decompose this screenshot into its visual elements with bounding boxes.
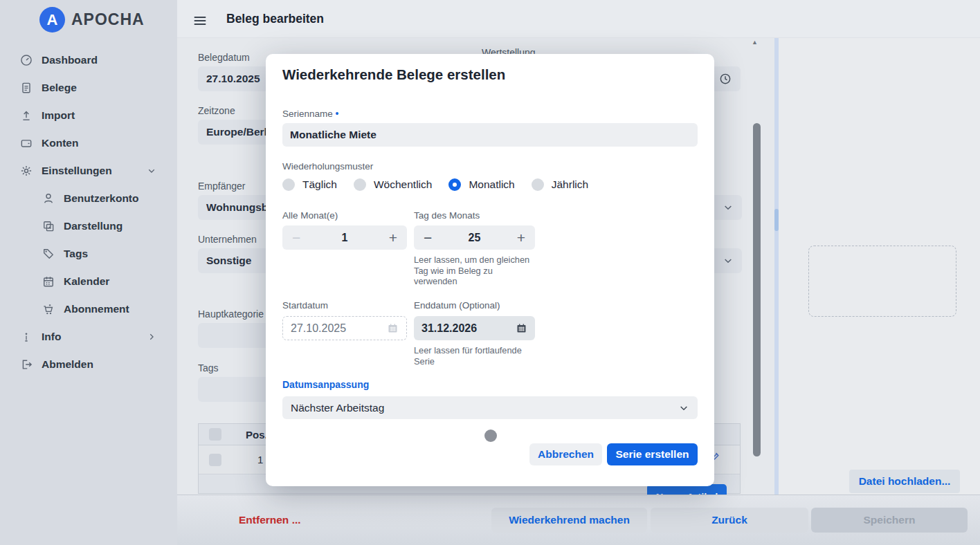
wallet-icon: [19, 136, 33, 150]
sidebar-item-dashboard[interactable]: Dashboard: [0, 46, 177, 74]
radio-icon: [354, 178, 366, 191]
chevron-down-icon: [723, 255, 734, 266]
enddatum-hint: Leer lassen für fortlaufende Serie: [414, 345, 538, 367]
unternehmen-value: Sonstige: [206, 255, 251, 267]
sidebar-item-label: Einstellungen: [42, 165, 112, 177]
row-pos-value: 1: [257, 454, 263, 465]
sidebar-item-konten[interactable]: Konten: [0, 129, 177, 157]
gear-icon: [19, 164, 33, 178]
sidebar-item-belege[interactable]: Belege: [0, 74, 177, 102]
top-header: Beleg bearbeiten: [177, 0, 980, 38]
enddatum-value: 31.12.2026: [421, 322, 477, 335]
startdatum-input[interactable]: 27.10.2025: [282, 316, 407, 340]
chevron-down-icon: [723, 202, 734, 213]
sidebar-item-abmelden[interactable]: Abmelden: [0, 351, 177, 378]
sidebar-item-einstellungen[interactable]: Einstellungen: [0, 157, 177, 185]
sidebar-item-label: Abmelden: [42, 358, 93, 371]
scroll-up-arrow[interactable]: ▲: [752, 39, 758, 46]
sidebar-item-info[interactable]: Info: [0, 323, 177, 351]
serie-erstellen-button[interactable]: Serie erstellen: [607, 443, 698, 465]
sidebar-item-label: Abonnement: [64, 303, 129, 315]
sidebar: A APOCHA Dashboard Belege Import Konten: [0, 0, 177, 545]
document-icon: [19, 81, 33, 95]
display-icon: [42, 219, 55, 233]
panel-scrollbar-thumb[interactable]: [774, 209, 779, 231]
chevron-down-icon: [678, 403, 689, 414]
datumsanpassung-value: Nächster Arbeitstag: [291, 402, 384, 414]
calendar-icon[interactable]: [516, 322, 527, 334]
select-all-checkbox[interactable]: [209, 428, 221, 441]
sidebar-item-label: Kalender: [64, 275, 109, 288]
sidebar-item-import[interactable]: Import: [0, 102, 177, 129]
serienname-input[interactable]: Monatliche Miete: [282, 123, 698, 147]
main-scrollbar-thumb[interactable]: [753, 123, 761, 456]
radio-jaehrlich[interactable]: Jährlich: [532, 178, 588, 191]
plus-button[interactable]: +: [517, 230, 525, 245]
cart-icon: [42, 302, 55, 316]
user-icon: [42, 192, 55, 205]
belegdatum-label: Belegdatum: [198, 52, 250, 63]
brand-logo[interactable]: A APOCHA: [0, 0, 177, 33]
speichern-button[interactable]: Speichern: [811, 508, 968, 533]
sidebar-item-label: Tags: [64, 248, 88, 260]
file-dropzone[interactable]: Datei hochladen... Datei hier ablegen...: [808, 246, 956, 317]
unternehmen-label: Unternehmen: [198, 234, 257, 245]
hamburger-menu-icon[interactable]: [192, 13, 208, 24]
minus-button[interactable]: −: [292, 230, 300, 245]
radio-icon: [282, 178, 295, 191]
empfaenger-label: Empfänger: [198, 181, 245, 192]
sidebar-item-label: Dashboard: [42, 54, 98, 66]
modal-title: Wiederkehrende Belege erstellen: [282, 66, 505, 83]
sidebar-item-kalender[interactable]: Kalender: [0, 268, 177, 295]
enddatum-input[interactable]: 31.12.2026: [414, 316, 535, 340]
recurring-document-modal: Wiederkehrende Belege erstellen Serienna…: [266, 54, 714, 486]
serienname-value: Monatliche Miete: [290, 129, 376, 141]
calendar-icon: [42, 275, 55, 288]
sidebar-item-darstellung[interactable]: Darstellung: [0, 212, 177, 240]
page-title: Beleg bearbeiten: [226, 12, 324, 26]
sidebar-nav: Dashboard Belege Import Konten Einstellu…: [0, 46, 177, 378]
sidebar-item-benutzerkonto[interactable]: Benutzerkonto: [0, 185, 177, 212]
hauptkategorie-label: Hauptkategorie: [198, 308, 264, 320]
minus-button[interactable]: −: [424, 230, 432, 245]
enddatum-label: Enddatum (Optional): [414, 300, 500, 311]
clock-icon: [718, 72, 732, 86]
zurueck-button[interactable]: Zurück: [651, 508, 808, 533]
col-pos-header: Pos.: [246, 429, 268, 441]
info-icon: [19, 330, 33, 344]
row-checkbox[interactable]: [209, 454, 221, 466]
sidebar-item-label: Konten: [42, 137, 78, 149]
startdatum-label: Startdatum: [282, 300, 328, 311]
tag-des-monats-label: Tag des Monats: [414, 210, 480, 221]
sidebar-item-abonnement[interactable]: Abonnement: [0, 295, 177, 323]
upload-icon: [19, 109, 33, 122]
datumsanpassung-select[interactable]: Nächster Arbeitstag: [282, 396, 698, 419]
startdatum-value: 27.10.2025: [291, 322, 346, 335]
gauge-icon: [19, 53, 33, 67]
upload-file-button[interactable]: Datei hochladen...: [849, 470, 960, 493]
logout-icon: [19, 358, 33, 371]
alle-monate-label: Alle Monat(e): [282, 210, 338, 221]
abbrechen-button[interactable]: Abbrechen: [529, 443, 602, 465]
loading-dot: [484, 429, 497, 442]
calendar-icon[interactable]: [387, 322, 399, 334]
radio-woechentlich[interactable]: Wöchentlich: [354, 178, 432, 191]
wiederkehrend-machen-button[interactable]: Wiederkehrend machen: [491, 508, 647, 533]
belegdatum-value: 27.10.2025: [206, 73, 260, 85]
radio-monatlich[interactable]: Monatlich: [448, 178, 514, 191]
sidebar-item-label: Benutzerkonto: [64, 192, 139, 205]
radio-taeglich[interactable]: Täglich: [282, 178, 337, 191]
file-panel: Datei hochladen... Datei hier ablegen...: [779, 38, 980, 545]
radio-selected-icon: [448, 178, 461, 191]
zeitzone-label: Zeitzone: [198, 105, 235, 116]
tag-des-monats-stepper: − 25 +: [414, 225, 535, 250]
tags-label: Tags: [198, 362, 219, 373]
sidebar-item-tags[interactable]: Tags: [0, 240, 177, 268]
plus-button[interactable]: +: [389, 230, 397, 245]
chevron-down-icon: [147, 166, 156, 176]
entfernen-button[interactable]: Entfernen ...: [239, 514, 301, 526]
sidebar-item-label: Info: [42, 331, 61, 343]
bottom-action-bar: Entfernen ... Wiederkehrend machen Zurüc…: [177, 495, 980, 545]
wiederholungsmuster-radios: Täglich Wöchentlich Monatlich Jährlich: [282, 178, 588, 191]
sidebar-item-label: Belege: [42, 82, 77, 94]
